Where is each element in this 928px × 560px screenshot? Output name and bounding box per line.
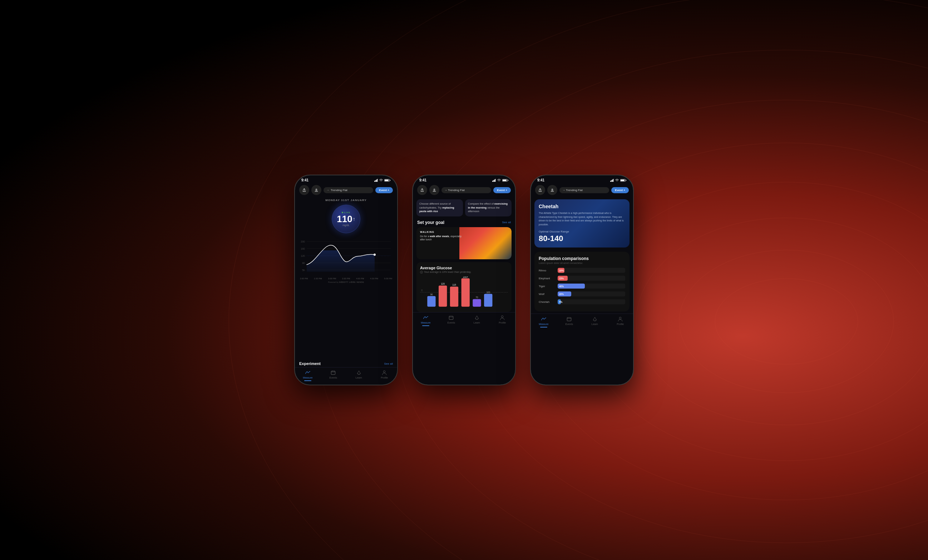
nav-profile-2[interactable]: Profile [490, 315, 516, 326]
svg-rect-37 [495, 179, 496, 182]
pop-bar-label-wolf: 20% [559, 293, 564, 295]
nav-measure-1[interactable]: Measure [295, 370, 321, 381]
powered-by-label: Powered by ABBOTT LIBRE SENSE [299, 281, 394, 283]
svg-text:120: 120 [441, 283, 445, 285]
avatar-icon-2 [432, 188, 437, 192]
learn-icon-2 [474, 315, 480, 320]
share-btn-3[interactable] [535, 185, 545, 195]
nav-events-3[interactable]: Events [557, 316, 582, 327]
avatar-btn-2[interactable] [429, 185, 440, 195]
nav-events-2[interactable]: Events [439, 315, 464, 326]
event-btn-text-1: Event + [379, 189, 389, 192]
share-btn-1[interactable] [299, 185, 309, 195]
nav-profile-1[interactable]: Profile [372, 370, 397, 381]
svg-rect-63 [612, 180, 613, 182]
svg-rect-69 [567, 318, 571, 321]
status-icons-3 [610, 179, 627, 182]
pop-bar-elephant: 15% [558, 276, 568, 281]
svg-text:96: 96 [430, 293, 433, 295]
bottom-nav-3: Measure Events Learn [531, 313, 633, 331]
share-btn-2[interactable] [417, 185, 427, 195]
svg-rect-40 [503, 180, 507, 181]
nav-indicator-1 [304, 380, 311, 381]
svg-point-28 [374, 254, 376, 256]
trending-arrow-1: → [327, 189, 329, 192]
nav-label-profile-1: Profile [381, 376, 388, 379]
experiment-header: Experiment See all [295, 359, 397, 367]
event-btn-2[interactable]: Event + [493, 187, 511, 193]
time-label-4: 3:30 PM [342, 277, 350, 280]
pop-bar-container-wolf: 20% [558, 291, 625, 297]
svg-rect-39 [508, 180, 509, 181]
chart-container: T 96 120 115 200+ [420, 277, 508, 309]
status-bar-2: 9:41 [413, 175, 515, 184]
avatar-icon-3 [550, 188, 554, 192]
goal-section-title: Set your goal [417, 220, 444, 225]
events-icon-3 [566, 316, 572, 322]
glucose-range-value: 80-140 [539, 234, 625, 243]
battery-icon-2 [502, 179, 509, 182]
battery-icon [384, 179, 391, 182]
event-btn-1[interactable]: Event + [375, 187, 393, 193]
event-btn-3[interactable]: Event + [611, 187, 629, 193]
pop-row-wolf: Wolf 20% [539, 291, 625, 297]
info-circle-icon [420, 271, 423, 274]
trending-text-1: Trending Flat [331, 189, 348, 192]
svg-rect-12 [377, 179, 378, 182]
wifi-icon-3 [615, 179, 619, 182]
avatar-btn-1[interactable] [311, 185, 321, 195]
nav-learn-2[interactable]: Learn [464, 315, 490, 326]
avg-glucose-section: Average Glucose Your average is 10% lowe… [417, 262, 511, 312]
measure-icon-2 [423, 315, 429, 320]
svg-rect-9 [374, 181, 375, 182]
phone-learn-screen: 9:41 [413, 175, 515, 385]
phone-profile-screen: 9:41 [531, 175, 633, 385]
time-label-6: 4:30 PM [370, 277, 378, 280]
svg-rect-56 [484, 294, 492, 306]
status-icons-2 [492, 179, 509, 182]
nav-measure-3[interactable]: Measure [531, 316, 557, 327]
pop-name-cheetah: Cheetah [539, 300, 555, 304]
pop-bar-wolf: 20% [558, 291, 571, 297]
signal-icon-3 [610, 179, 614, 182]
glucose-circle: LIVE 110 ↑ mg/dL [332, 205, 360, 233]
phones-container: 9:41 [0, 0, 928, 560]
pop-row-elephant: Elephant 15% [539, 276, 625, 281]
nav-indicator-2 [422, 326, 429, 326]
walking-card[interactable]: WALKING Go for a walk after meals, espec… [417, 227, 511, 259]
pop-bar-label-elephant: 15% [559, 277, 564, 280]
learn-card-1[interactable]: Choose different source of carbohydrates… [417, 199, 463, 216]
time-label-3: 3:00 PM [328, 277, 336, 280]
svg-text:70: 70 [475, 296, 478, 298]
nav-label-learn-1: Learn [356, 376, 362, 379]
pop-name-elephant: Elephant [539, 277, 555, 280]
svg-point-33 [383, 371, 385, 373]
nav-profile-3[interactable]: Profile [608, 316, 633, 327]
bottom-nav-2: Measure Events Learn [413, 312, 515, 330]
see-all-2[interactable]: See all [502, 221, 511, 224]
nav-label-events-2: Events [447, 321, 455, 324]
learn-icon-3 [592, 316, 598, 322]
see-all-1[interactable]: See all [384, 362, 393, 365]
nav-label-measure-2: Measure [421, 321, 430, 324]
nav-label-events-1: Events [330, 376, 337, 379]
nav-learn-3[interactable]: Learn [582, 316, 608, 327]
avg-glucose-subtitle: Your average is 10% lower than yesterday… [420, 271, 508, 274]
population-subtitle: Lorem ipsum dolor sit amet consectetur. [539, 262, 625, 264]
glucose-value: 110 [337, 214, 352, 224]
cheetah-desc: The Athlete Type Cheetah is a high-perfo… [539, 212, 625, 227]
battery-icon-3 [620, 179, 627, 182]
wifi-icon-2 [497, 179, 501, 182]
nav-indicator-3 [540, 327, 547, 327]
pop-name-wolf: Wolf [539, 292, 555, 296]
measure-icon-1 [305, 370, 311, 375]
walking-card-content: WALKING Go for a walk after meals, espec… [417, 227, 469, 259]
learn-card-2[interactable]: Compare the effect of exercising in the … [465, 199, 511, 216]
nav-events-1[interactable]: Events [321, 370, 346, 381]
svg-rect-36 [494, 180, 495, 182]
nav-learn-1[interactable]: Learn [346, 370, 372, 381]
pop-bar-rihno: 10% [558, 268, 565, 273]
nav-measure-2[interactable]: Measure [413, 315, 439, 326]
avatar-btn-3[interactable] [547, 185, 557, 195]
profile-icon-2 [499, 315, 505, 320]
